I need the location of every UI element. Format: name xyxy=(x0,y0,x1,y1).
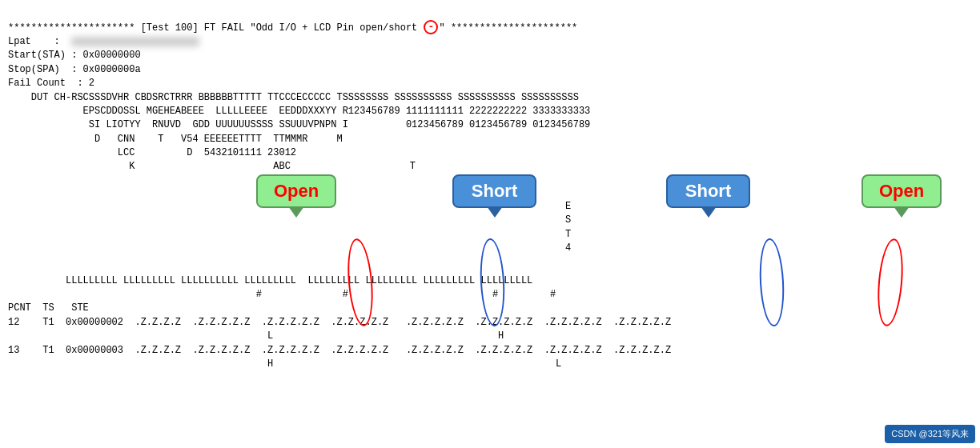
main-content: ********************** [Test 100] FT FAI… xyxy=(0,0,961,448)
header-block: ********************** [Test 100] FT FAI… xyxy=(8,6,953,188)
stop-line: Stop(SPA) : 0x0000000a xyxy=(8,64,141,75)
lll-row: LLLLLLLLL LLLLLLLLL LLLLLLLLLL LLLLLLLLL… xyxy=(8,275,532,286)
col-header3: SI LIOTYY RNUVD GDD UUUUUUSSSS SSUUUVPNP… xyxy=(8,119,590,130)
col-header6: K ABC T xyxy=(8,161,416,172)
row-12-sub: L H xyxy=(8,330,556,342)
start-line: Start(STA) : 0x00000000 xyxy=(8,50,141,61)
row-13: 13 T1 0x00000003 .Z.Z.Z.Z .Z.Z.Z.Z.Z .Z.… xyxy=(8,345,671,356)
col-header2: EPSCDDOSSL MGEHEABEEE LLLLLEEEE EEDDDXXX… xyxy=(8,106,590,117)
col-header5: LCC D 5432101111 23012 xyxy=(8,147,296,158)
row-13-sub: H L xyxy=(8,358,561,370)
title-line: ********************** [Test 100] FT FAI… xyxy=(8,22,577,34)
lpat-line: Lpat : xyxy=(8,36,199,47)
col-header1: DUT CH-RSCSSSDVHR CBDSRCTRRR BBBBBBTTTTT… xyxy=(8,92,579,103)
fail-count-line: Fail Count : 2 xyxy=(8,78,94,89)
circle-minus-icon: - xyxy=(424,20,438,34)
row-12: 12 T1 0x00000002 .Z.Z.Z.Z .Z.Z.Z.Z.Z .Z.… xyxy=(8,317,671,328)
col-header4: D CNN T V54 EEEEEETTTT TTMMMR M xyxy=(8,134,343,145)
bubble-spacer xyxy=(8,188,953,260)
hash-row: # # # # xyxy=(8,289,556,300)
col-pcnt-header: PCNT TS STE xyxy=(8,302,89,314)
data-block: LLLLLLLLL LLLLLLLLL LLLLLLLLLL LLLLLLLLL… xyxy=(8,260,953,386)
